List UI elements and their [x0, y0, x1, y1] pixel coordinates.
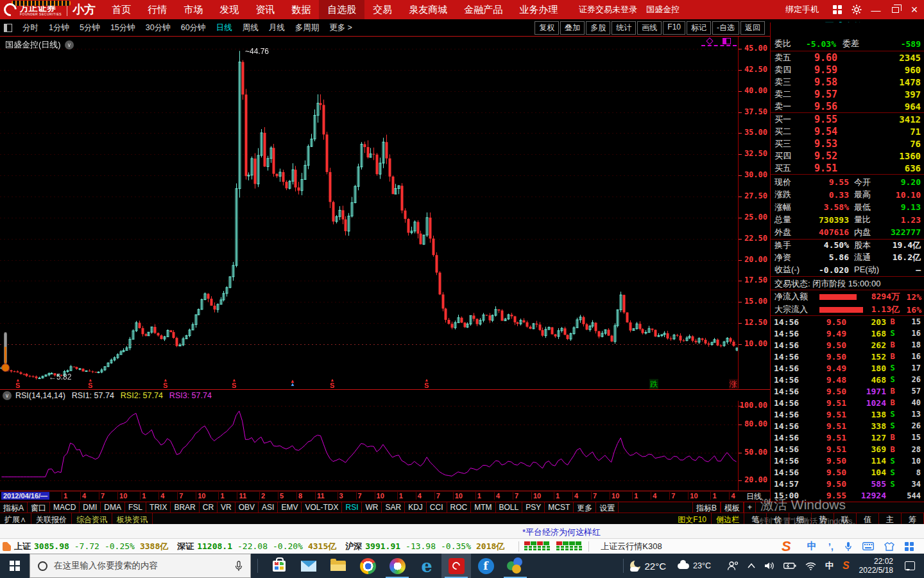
indicator-tab-设置[interactable]: 设置	[596, 502, 619, 512]
period-tab-周线[interactable]: 周线	[237, 22, 264, 33]
speaker-icon[interactable]	[764, 561, 774, 570]
thermometer-icon[interactable]	[1, 332, 10, 372]
menu-item-资讯[interactable]: 资讯	[247, 0, 283, 19]
taskbar-search-input[interactable]: 在这里输入你要搜索的内容	[30, 554, 251, 578]
bind-phone-link[interactable]: 绑定手机	[785, 4, 819, 15]
tool-button-返回[interactable]: 返回	[740, 21, 765, 35]
server-label[interactable]: 上证云行情K308	[601, 541, 662, 552]
layout-grid-icon[interactable]	[828, 0, 847, 19]
sogou-logo-icon[interactable]: S	[782, 538, 791, 555]
extension-tab-板块资讯[interactable]: 板块资讯	[112, 513, 153, 524]
extension-tab-关联报价[interactable]: 关联报价	[31, 513, 72, 524]
tool-button-统计[interactable]: 统计	[612, 21, 636, 35]
indicator-tab-WR[interactable]: WR	[362, 502, 382, 512]
indicator-tab-MCST[interactable]: MCST	[545, 502, 574, 512]
quote-doc-icon[interactable]	[3, 542, 11, 551]
split-marker-icon[interactable]: ▲S	[423, 378, 431, 388]
menu-item-市场[interactable]: 市场	[175, 0, 211, 19]
search-mic-icon[interactable]	[235, 561, 243, 572]
period-tab-日线[interactable]: 日线	[211, 22, 237, 33]
taskbar-founder-app-icon[interactable]	[441, 554, 471, 578]
ime-lang-icon[interactable]: 中	[807, 540, 817, 552]
indicator-tab-KDJ[interactable]: KDJ	[405, 502, 427, 512]
indicator-tab-指标A[interactable]: 指标A	[0, 502, 28, 512]
menu-item-首页[interactable]: 首页	[103, 0, 139, 19]
side-tab-主[interactable]: 主	[879, 513, 902, 524]
extension-tab-综合资讯[interactable]: 综合资讯	[72, 513, 112, 524]
tool-button-标记[interactable]: 标记	[687, 21, 711, 35]
ime-mic-icon[interactable]	[844, 541, 852, 552]
tool-button-多股[interactable]: 多股	[586, 21, 610, 35]
period-tab-1分钟[interactable]: 1分钟	[44, 22, 74, 33]
indicator-tab-DMI[interactable]: DMI	[80, 502, 101, 512]
indicator-tab-模板[interactable]: 模板	[721, 502, 744, 512]
settings-gear-icon[interactable]	[847, 0, 866, 19]
indicator-tab-MACD[interactable]: MACD	[50, 502, 80, 512]
taskbar-finance-app-icon[interactable]	[501, 554, 530, 578]
side-tab-图文F10[interactable]: 图文F10	[673, 513, 712, 524]
taskbar-flash-icon[interactable]: f	[471, 554, 501, 578]
tool-button-叠加[interactable]: 叠加	[560, 21, 585, 35]
weather-widget-2[interactable]: 23°C	[678, 561, 711, 570]
indicator-tab-DMA[interactable]: DMA	[101, 502, 125, 512]
tool-button-画线[interactable]: 画线	[637, 21, 662, 35]
menu-item-交易[interactable]: 交易	[364, 0, 400, 19]
indicator-tab-VR[interactable]: VR	[218, 502, 235, 512]
sogou-tray-icon[interactable]: S	[843, 560, 850, 572]
menu-item-金融产品[interactable]: 金融产品	[456, 0, 511, 19]
period-tab-分时[interactable]: 分时	[17, 22, 44, 33]
menu-item-数据[interactable]: 数据	[283, 0, 319, 19]
indicator-tab-OBV[interactable]: OBV	[235, 502, 259, 512]
indicator-tab-+[interactable]: +	[744, 502, 756, 512]
ime-keyboard-icon[interactable]	[862, 542, 874, 550]
current-stock-label[interactable]: 国盛金控	[646, 4, 680, 15]
ime-mode-icon[interactable]: 中	[825, 560, 834, 572]
taskbar-mail-icon[interactable]	[294, 554, 323, 578]
period-tab-60分钟[interactable]: 60分钟	[176, 22, 211, 33]
tool-button-F10[interactable]: F10	[663, 21, 685, 35]
wifi-icon[interactable]	[805, 562, 816, 570]
restore-button[interactable]	[886, 0, 905, 19]
pane-icon[interactable]	[723, 38, 731, 44]
taskbar-explorer-icon[interactable]	[323, 554, 353, 578]
ime-skin-icon[interactable]	[884, 542, 894, 551]
period-tab-月线[interactable]: 月线	[264, 22, 290, 33]
chevron-down-icon[interactable]: ∨	[65, 40, 74, 49]
tool-button--自选[interactable]: -自选	[712, 21, 739, 35]
start-button[interactable]	[0, 554, 30, 578]
period-tab-更多 >[interactable]: 更多 >	[324, 22, 357, 33]
indicator-tab-窗口[interactable]: 窗口	[28, 502, 50, 512]
period-tab-30分钟[interactable]: 30分钟	[141, 22, 176, 33]
indicator-tab-更多[interactable]: 更多	[574, 502, 596, 512]
side-tab-筹[interactable]: 筹	[902, 513, 924, 524]
indicator-tab-指标B[interactable]: 指标B	[692, 502, 721, 512]
news-headline[interactable]: *平台经济为何这样红	[522, 527, 601, 538]
taskbar-store-icon[interactable]	[264, 554, 294, 578]
action-center-icon[interactable]	[905, 561, 915, 570]
indicator-tab-BRAR[interactable]: BRAR	[171, 502, 199, 512]
ime-grid-icon[interactable]	[905, 542, 914, 551]
split-marker-icon[interactable]: ▲S	[230, 378, 238, 388]
minimize-button[interactable]: —	[866, 0, 886, 19]
split-marker-icon[interactable]: ▲S	[162, 378, 169, 388]
indicator-tab-MTM[interactable]: MTM	[471, 502, 495, 512]
side-tab-侧边栏[interactable]: 侧边栏	[712, 513, 744, 524]
extension-tab-扩展∧[interactable]: 扩展∧	[0, 513, 31, 524]
indicator-tab-SAR[interactable]: SAR	[382, 502, 405, 512]
rsi-chart[interactable]	[0, 401, 738, 491]
indicator-tab-CCI[interactable]: CCI	[427, 502, 447, 512]
period-tab-15分钟[interactable]: 15分钟	[105, 22, 141, 33]
tool-button-复权[interactable]: 复权	[535, 21, 559, 35]
indicator-tab-VOL-TDX[interactable]: VOL-TDX	[302, 502, 342, 512]
chevron-up-icon[interactable]	[748, 563, 755, 568]
period-tab-多周期[interactable]: 多周期	[290, 22, 325, 33]
menu-item-自选股[interactable]: 自选股	[319, 0, 364, 19]
indicator-tab-BOLL[interactable]: BOLL	[496, 502, 523, 512]
menu-item-发现[interactable]: 发现	[211, 0, 247, 19]
indicator-tab-TRIX[interactable]: TRIX	[146, 502, 171, 512]
weather-widget[interactable]: 22°C	[630, 561, 666, 572]
menu-item-泉友商城[interactable]: 泉友商城	[400, 0, 456, 19]
battery-icon[interactable]	[783, 562, 796, 570]
split-marker-icon[interactable]: ▲S	[329, 378, 336, 388]
indicator-tab-EMV[interactable]: EMV	[278, 502, 302, 512]
